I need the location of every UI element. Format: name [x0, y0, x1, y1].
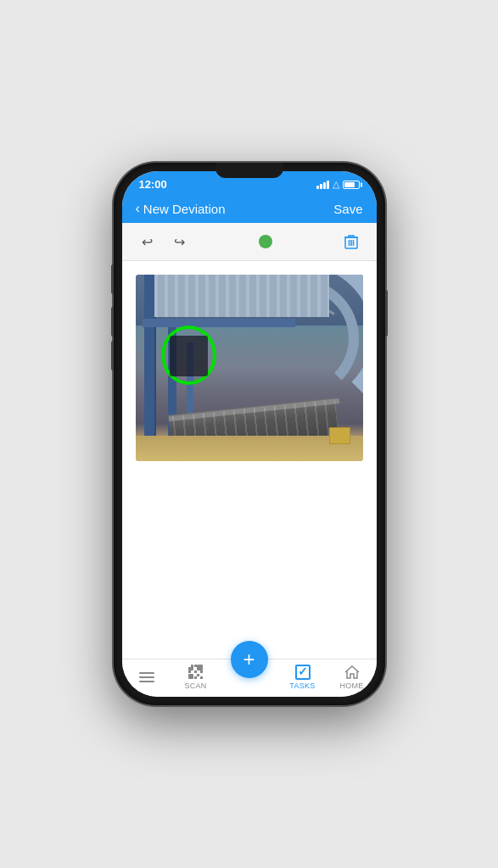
status-icons: △ [316, 179, 360, 190]
anomaly-object [170, 336, 208, 376]
undo-button[interactable]: ↩ [136, 230, 159, 253]
toolbar-center [259, 235, 272, 248]
scan-label: SCAN [184, 682, 206, 690]
nav-title: New Deviation [143, 202, 226, 216]
bottom-nav: SCAN + TASKS HOME [122, 659, 377, 697]
trash-icon [344, 234, 358, 249]
battery-icon [343, 181, 360, 189]
signal-icon [316, 181, 329, 189]
wifi-icon: △ [333, 179, 339, 190]
image-container[interactable] [136, 275, 363, 461]
toolbar-right [339, 230, 363, 253]
top-rollers [154, 275, 329, 317]
nav-item-home[interactable]: HOME [331, 665, 373, 690]
tasks-label: TASKS [289, 682, 315, 690]
back-arrow-icon: ‹ [136, 201, 140, 216]
toolbar: ↩ ↪ [122, 223, 377, 261]
nav-bar: ‹ New Deviation Save [122, 194, 377, 223]
box [329, 427, 350, 444]
save-button[interactable]: Save [333, 202, 362, 216]
conveyor-image [136, 275, 363, 461]
undo-icon: ↩ [142, 234, 153, 250]
phone-screen: 12:00 △ ‹ New Deviation Save [122, 171, 377, 697]
fab-icon: + [243, 649, 255, 670]
notch [215, 163, 283, 178]
delete-button[interactable] [339, 230, 363, 253]
redo-button[interactable]: ↪ [168, 230, 192, 253]
nav-item-menu[interactable] [126, 670, 168, 684]
qr-icon [188, 665, 204, 680]
status-time: 12:00 [139, 178, 167, 191]
phone-frame: 12:00 △ ‹ New Deviation Save [114, 163, 385, 705]
fab-button[interactable]: + [231, 641, 268, 678]
home-label: HOME [339, 682, 363, 690]
content-area [122, 261, 377, 659]
back-button[interactable]: ‹ New Deviation [136, 201, 226, 216]
toolbar-left: ↩ ↪ [136, 230, 192, 253]
nav-item-tasks[interactable]: TASKS [282, 665, 324, 690]
home-icon [344, 665, 360, 680]
nav-item-scan[interactable]: SCAN [175, 665, 217, 690]
menu-icon [139, 670, 154, 684]
redo-icon: ↪ [174, 234, 185, 250]
tasks-icon [295, 665, 311, 680]
status-dot [259, 235, 272, 248]
